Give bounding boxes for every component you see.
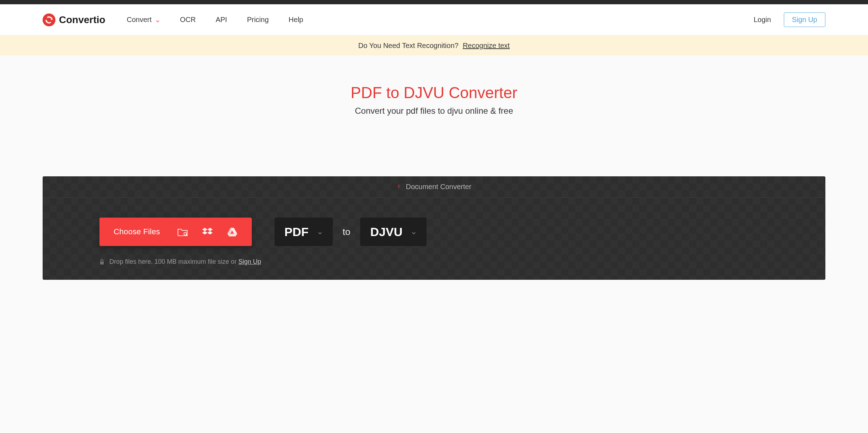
drop-signup-link[interactable]: Sign Up <box>238 258 261 265</box>
svg-rect-3 <box>100 262 104 264</box>
site-header: Convertio Convert OCR API Pricing Help L… <box>0 4 868 36</box>
nav-api[interactable]: API <box>216 16 227 24</box>
drop-note: Drop files here. 100 MB maximum file siz… <box>43 253 825 280</box>
drop-note-prefix: Drop files here. 100 MB maximum file siz… <box>109 258 238 265</box>
source-icons <box>177 227 238 236</box>
banner-question: Do You Need Text Recognition? <box>358 42 459 50</box>
svg-point-0 <box>43 14 55 26</box>
chevron-down-icon <box>317 225 323 239</box>
drop-note-text: Drop files here. 100 MB maximum file siz… <box>109 258 261 266</box>
nav-help[interactable]: Help <box>289 16 303 24</box>
login-link[interactable]: Login <box>754 16 771 24</box>
nav-ocr-label: OCR <box>180 16 196 24</box>
converter-container: Document Converter Choose Files <box>0 176 868 280</box>
logo[interactable]: Convertio <box>43 14 105 26</box>
banner-link[interactable]: Recognize text <box>463 42 510 50</box>
nav-pricing-label: Pricing <box>247 16 268 24</box>
chevron-left-icon <box>397 183 401 191</box>
hero: PDF to DJVU Converter Convert your pdf f… <box>0 55 868 123</box>
choose-files-button[interactable]: Choose Files <box>99 218 252 246</box>
chevron-down-icon <box>411 225 417 239</box>
converter-panel: Document Converter Choose Files <box>43 176 825 280</box>
chevron-down-icon <box>155 17 160 22</box>
from-format-button[interactable]: PDF <box>275 218 333 246</box>
to-format-label: DJVU <box>370 225 402 239</box>
logo-text: Convertio <box>59 14 105 26</box>
to-format-button[interactable]: DJVU <box>360 218 427 246</box>
folder-browse-icon[interactable] <box>177 227 188 236</box>
format-group: PDF to DJVU <box>275 218 427 246</box>
dropbox-icon[interactable] <box>202 227 213 236</box>
nav-help-label: Help <box>289 16 303 24</box>
main-nav: Convert OCR API Pricing Help <box>127 16 303 24</box>
page-subtitle: Convert your pdf files to djvu online & … <box>7 106 861 116</box>
nav-api-label: API <box>216 16 227 24</box>
nav-convert[interactable]: Convert <box>127 16 160 24</box>
nav-ocr[interactable]: OCR <box>180 16 196 24</box>
breadcrumb-label: Document Converter <box>406 183 472 191</box>
svg-point-1 <box>184 232 186 235</box>
nav-pricing[interactable]: Pricing <box>247 16 268 24</box>
to-label: to <box>343 226 351 237</box>
signup-button[interactable]: Sign Up <box>784 12 825 27</box>
header-left: Convertio Convert OCR API Pricing Help <box>43 14 303 26</box>
converter-body: Choose Files <box>43 198 825 253</box>
logo-icon <box>43 14 55 26</box>
browser-top-strip <box>0 0 868 4</box>
header-right: Login Sign Up <box>754 12 825 27</box>
choose-files-label: Choose Files <box>114 227 160 236</box>
page-title: PDF to DJVU Converter <box>7 84 861 102</box>
from-format-label: PDF <box>284 225 309 239</box>
lock-icon <box>99 259 104 265</box>
ocr-banner: Do You Need Text Recognition? Recognize … <box>0 36 868 55</box>
converter-breadcrumb[interactable]: Document Converter <box>43 176 825 198</box>
google-drive-icon[interactable] <box>227 227 238 236</box>
nav-convert-label: Convert <box>127 16 152 24</box>
